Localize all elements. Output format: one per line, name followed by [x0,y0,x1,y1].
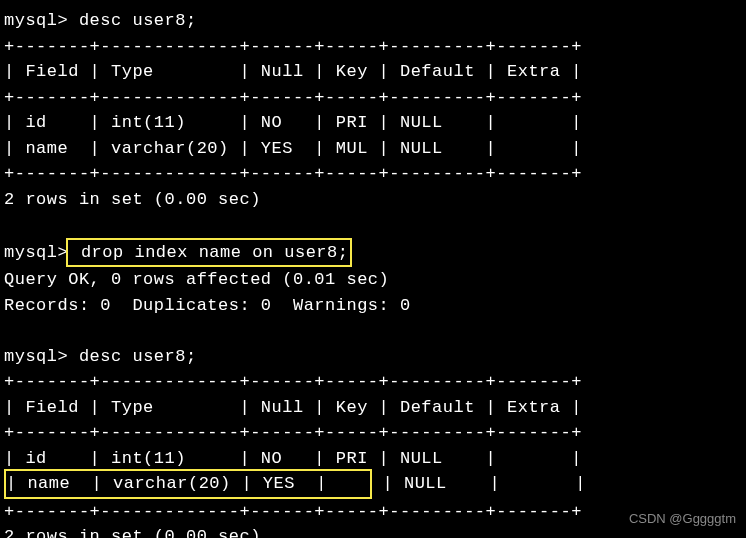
table-header: | Field | Type | Null | Key | Default | … [4,395,742,421]
cmd-line-2[interactable]: mysql> drop index name on user8; [4,238,742,268]
highlighted-command: drop index name on user8; [66,238,352,268]
table-row: | name | varchar(20) | YES | MUL | NULL … [4,136,742,162]
command-text: desc user8; [68,347,196,366]
blank-line [4,212,742,238]
highlighted-row-wrapper: | name | varchar(20) | YES | | NULL | | [4,471,742,499]
table-border: +-------+-------------+------+-----+----… [4,85,742,111]
row-remainder: | NULL | | [372,474,586,493]
table-border: +-------+-------------+------+-----+----… [4,420,742,446]
table-row: | id | int(11) | NO | PRI | NULL | | [4,110,742,136]
cmd-line-1[interactable]: mysql> desc user8; [4,8,742,34]
watermark: CSDN @Gggggtm [629,509,736,529]
command-text: desc user8; [68,11,196,30]
mysql-prompt: mysql> [4,243,68,262]
table-border: +-------+-------------+------+-----+----… [4,369,742,395]
table-row: | id | int(11) | NO | PRI | NULL | | [4,446,742,472]
mysql-prompt: mysql> [4,347,68,366]
cmd-line-3[interactable]: mysql> desc user8; [4,344,742,370]
mysql-prompt: mysql> [4,11,68,30]
table-border: +-------+-------------+------+-----+----… [4,34,742,60]
records-info: Records: 0 Duplicates: 0 Warnings: 0 [4,293,742,319]
highlighted-cell-region: | name | varchar(20) | YES | [4,469,372,499]
blank-line [4,318,742,344]
result-text: 2 rows in set (0.00 sec) [4,187,742,213]
table-border: +-------+-------------+------+-----+----… [4,161,742,187]
table-header: | Field | Type | Null | Key | Default | … [4,59,742,85]
query-ok: Query OK, 0 rows affected (0.01 sec) [4,267,742,293]
terminal-output: mysql> desc user8; +-------+------------… [4,8,742,538]
